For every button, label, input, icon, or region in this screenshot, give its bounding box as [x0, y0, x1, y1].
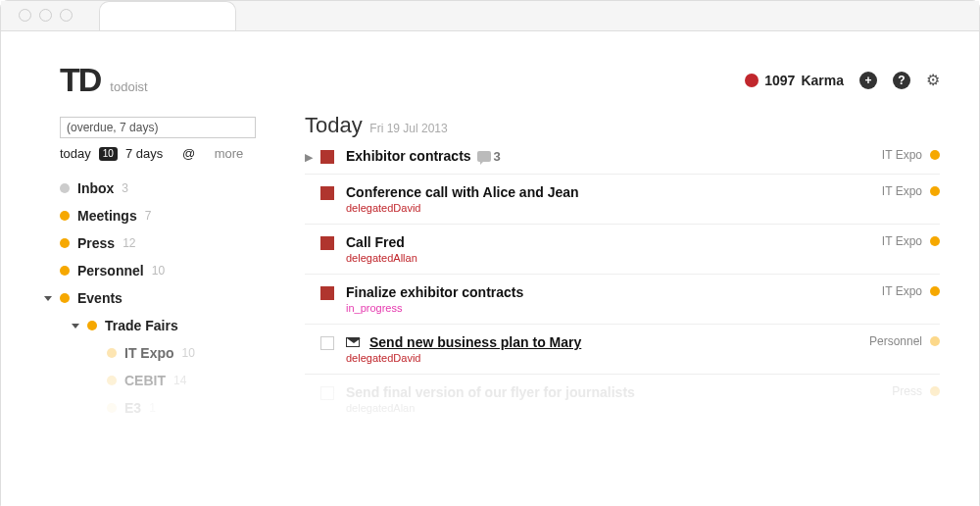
logo-mark: TD [60, 61, 100, 99]
page-date: Fri 19 Jul 2013 [369, 122, 447, 135]
task-project[interactable]: IT Expo [882, 184, 922, 198]
task-project[interactable]: Press [892, 384, 922, 398]
project-color-icon [60, 211, 70, 221]
view-today[interactable]: today [60, 146, 91, 161]
view-today-count: 10 [99, 147, 118, 161]
task-label[interactable]: delegatedAlan [346, 402, 892, 414]
project-color-icon [60, 238, 70, 248]
task-label[interactable]: delegatedDavid [346, 202, 882, 214]
chevron-down-icon[interactable] [72, 324, 79, 329]
sidebar-item-tradefairs[interactable]: Trade Fairs [60, 312, 266, 339]
task-project[interactable]: IT Expo [882, 284, 922, 298]
karma-icon [745, 74, 759, 87]
task-project[interactable]: Personnel [869, 334, 922, 348]
project-color-icon [87, 321, 97, 330]
project-color-icon [60, 183, 70, 193]
browser-tab[interactable] [99, 1, 236, 30]
expand-icon[interactable]: ▶ [305, 151, 320, 164]
project-color-icon [107, 348, 117, 358]
app-logo[interactable]: TD todoist [60, 61, 148, 99]
task-checkbox[interactable] [320, 236, 334, 250]
task-row[interactable]: Send final version of our flyer for jour… [305, 375, 940, 424]
task-checkbox[interactable] [320, 186, 334, 200]
filter-input[interactable]: (overdue, 7 days) [60, 117, 256, 138]
project-color-icon [930, 150, 940, 160]
gear-icon[interactable]: ⚙ [926, 71, 940, 89]
sidebar-item-press[interactable]: Press 12 [60, 229, 266, 257]
task-checkbox[interactable] [320, 336, 334, 350]
view-7days[interactable]: 7 days [125, 146, 163, 161]
task-title: Send new business plan to Mary [369, 334, 581, 350]
task-row[interactable]: ▶ Exhibitor contracts 3 IT Expo [305, 138, 940, 175]
task-title: Finalize exhibitor contracts [346, 284, 523, 300]
task-project[interactable]: IT Expo [882, 148, 922, 162]
comment-icon [477, 151, 491, 162]
project-color-icon [107, 376, 117, 385]
project-color-icon [930, 286, 940, 296]
window-close-icon[interactable] [19, 9, 31, 22]
project-color-icon [107, 403, 117, 413]
chevron-down-icon[interactable] [44, 296, 52, 301]
karma-indicator[interactable]: 1097 Karma [745, 73, 844, 88]
task-checkbox[interactable] [320, 150, 334, 164]
task-checkbox[interactable] [320, 386, 334, 400]
mail-icon [346, 337, 360, 347]
project-color-icon [60, 266, 70, 276]
view-more[interactable]: more [215, 146, 244, 161]
sidebar-item-e3[interactable]: E3 1 [60, 394, 266, 422]
view-labels[interactable]: @ [182, 146, 195, 161]
task-checkbox[interactable] [320, 286, 334, 300]
task-label[interactable]: delegatedAllan [346, 252, 882, 264]
page-title: Today [305, 113, 363, 138]
task-title: Send final version of our flyer for jour… [346, 384, 635, 400]
karma-value: 1097 [764, 73, 795, 88]
task-title: Call Fred [346, 234, 405, 250]
help-button[interactable]: ? [893, 72, 910, 89]
task-label[interactable]: in_progress [346, 302, 882, 314]
project-color-icon [60, 293, 70, 303]
add-button[interactable]: + [859, 72, 877, 89]
browser-tabbar [1, 1, 979, 30]
project-color-icon [930, 186, 940, 196]
task-title: Conference call with Alice and Jean [346, 184, 579, 200]
task-row[interactable]: Call Fred delegatedAllan IT Expo [305, 225, 940, 275]
project-list: Inbox 3 Meetings 7 Press 12 [60, 175, 266, 422]
project-color-icon [930, 386, 940, 396]
sidebar-item-meetings[interactable]: Meetings 7 [60, 202, 266, 229]
task-row[interactable]: Conference call with Alice and Jean dele… [305, 175, 940, 225]
task-title: Exhibitor contracts [346, 148, 471, 164]
logo-text: todoist [110, 79, 147, 94]
window-min-icon[interactable] [39, 9, 52, 22]
task-project[interactable]: IT Expo [882, 234, 922, 248]
karma-label: Karma [801, 73, 844, 88]
sidebar-item-inbox[interactable]: Inbox 3 [60, 175, 266, 202]
project-color-icon [930, 236, 940, 246]
sidebar-item-cebit[interactable]: CEBIT 14 [60, 367, 266, 394]
project-color-icon [930, 336, 940, 346]
sidebar-item-itexpo[interactable]: IT Expo 10 [60, 339, 266, 367]
sidebar-item-personnel[interactable]: Personnel 10 [60, 257, 266, 284]
sidebar-item-events[interactable]: Events [60, 284, 266, 312]
comments-chip[interactable]: 3 [477, 149, 501, 164]
task-row[interactable]: Finalize exhibitor contracts in_progress… [305, 275, 940, 325]
task-row[interactable]: Send new business plan to Mary delegated… [305, 325, 940, 375]
task-label[interactable]: delegatedDavid [346, 352, 869, 364]
window-max-icon[interactable] [60, 9, 73, 22]
